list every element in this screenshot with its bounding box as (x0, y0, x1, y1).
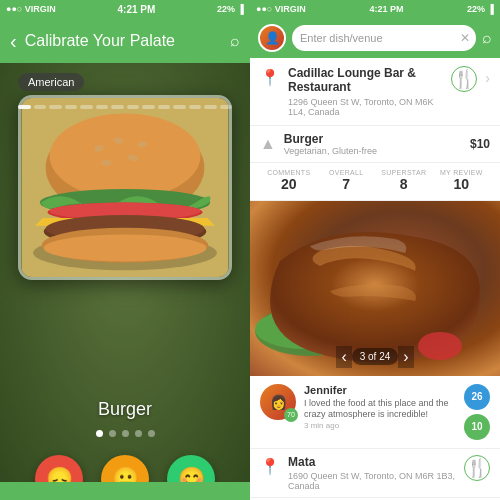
reviewer-name: Jennifer (304, 384, 456, 396)
progress-seg (49, 105, 62, 109)
stat-overall-value: 7 (318, 176, 376, 192)
stat-overall: OVERALL 7 (318, 169, 376, 192)
search-icon-right[interactable]: ⌕ (482, 29, 492, 47)
food-name-label: Burger (0, 399, 250, 420)
dish-info: Burger Vegetarian, Gluten-free (284, 132, 462, 156)
progress-seg (127, 105, 140, 109)
food-navigation: ‹ 3 of 24 › (250, 346, 500, 368)
status-bar-right: ●●○ VIRGIN 4:21 PM 22% ▐ (250, 0, 500, 18)
progress-seg (34, 105, 47, 109)
restaurant-row-2[interactable]: 📍 Mata 1690 Queen St W, Toronto, ON M6R … (250, 449, 500, 498)
right-panel: ●●○ VIRGIN 4:21 PM 22% ▐ 👤 Enter dish/ve… (250, 0, 500, 500)
location-icon-2: 📍 (260, 457, 280, 476)
location-icon: 📍 (260, 68, 280, 87)
dish-tags: Vegetarian, Gluten-free (284, 146, 462, 156)
page-title: Calibrate Your Palate (25, 32, 222, 50)
svg-point-3 (50, 113, 201, 198)
stat-myreview: MY REVIEW 10 (433, 169, 491, 192)
review-content: Jennifer I loved the food at this place … (304, 384, 456, 430)
score-badge-2: 10 (464, 414, 490, 440)
food-image (18, 95, 232, 280)
restaurant-row[interactable]: 📍 Cadillac Lounge Bar & Restaurant 1296 … (250, 58, 500, 126)
dish-icon: ▲ (260, 135, 276, 153)
stat-comments-value: 20 (260, 176, 318, 192)
battery-left: 22% ▐ (217, 4, 244, 14)
utensils-icon[interactable]: 🍴 (451, 66, 477, 92)
carrier-left: ●●○ VIRGIN (6, 4, 56, 14)
restaurant-info: Cadillac Lounge Bar & Restaurant 1296 Qu… (288, 66, 443, 117)
food-image-section: ‹ 3 of 24 › (250, 201, 500, 376)
clear-button[interactable]: ✕ (460, 31, 470, 45)
time-left: 4:21 PM (118, 4, 156, 15)
next-food-button[interactable]: › (398, 346, 413, 368)
stat-comments-label: COMMENTS (260, 169, 318, 176)
reviewer-avatar: 👩 70 (260, 384, 296, 420)
back-button[interactable]: ‹ (10, 31, 17, 51)
progress-seg (173, 105, 186, 109)
prev-food-button[interactable]: ‹ (336, 346, 351, 368)
page-dot-2[interactable] (109, 430, 116, 437)
left-panel: ●●○ VIRGIN 4:21 PM 22% ▐ ‹ Calibrate You… (0, 0, 250, 500)
time-right: 4:21 PM (369, 4, 403, 14)
stat-comments: COMMENTS 20 (260, 169, 318, 192)
restaurant-address-2: 1690 Queen St W, Toronto, ON M6R 1B3, Ca… (288, 471, 456, 491)
progress-seg (158, 105, 171, 109)
review-text: I loved the food at this place and the c… (304, 398, 456, 421)
page-dot-5[interactable] (148, 430, 155, 437)
bottom-bar-left (0, 482, 250, 500)
restaurant-address: 1296 Queen St W, Toronto, ON M6K 1L4, Ca… (288, 97, 443, 117)
progress-seg (80, 105, 93, 109)
score-badge-1: 26 (464, 384, 490, 410)
progress-seg (220, 105, 233, 109)
reviewer-badge: 70 (284, 408, 298, 422)
left-header: ‹ Calibrate Your Palate ⌕ (0, 18, 250, 63)
chevron-icon: › (485, 70, 490, 86)
carrier-right: ●●○ VIRGIN (256, 4, 306, 14)
review-scores: 26 10 (464, 384, 490, 440)
progress-bar (18, 105, 232, 109)
restaurant-info-2: Mata 1690 Queen St W, Toronto, ON M6R 1B… (288, 455, 456, 491)
dish-name: Burger (284, 132, 462, 146)
stat-myreview-value: 10 (433, 176, 491, 192)
battery-right: 22% ▐ (467, 4, 494, 14)
search-placeholder: Enter dish/venue (300, 32, 383, 44)
page-dot-1[interactable] (96, 430, 103, 437)
search-bar: 👤 Enter dish/venue ✕ ⌕ (250, 18, 500, 58)
review-section: 👩 70 Jennifer I loved the food at this p… (250, 376, 500, 449)
stat-myreview-label: MY REVIEW (433, 169, 491, 176)
pagination (0, 430, 250, 437)
status-bar-left: ●●○ VIRGIN 4:21 PM 22% ▐ (0, 0, 250, 18)
stats-row: COMMENTS 20 OVERALL 7 SUPERSTAR 8 MY REV… (250, 163, 500, 201)
progress-seg (189, 105, 202, 109)
cuisine-tag[interactable]: American (18, 73, 84, 91)
page-dot-4[interactable] (135, 430, 142, 437)
dish-price: $10 (470, 137, 490, 151)
progress-seg (111, 105, 124, 109)
food-nav-counter: 3 of 24 (352, 348, 399, 365)
restaurant-name: Cadillac Lounge Bar & Restaurant (288, 66, 443, 95)
stat-overall-label: OVERALL (318, 169, 376, 176)
dish-row[interactable]: ▲ Burger Vegetarian, Gluten-free $10 (250, 126, 500, 163)
user-avatar[interactable]: 👤 (258, 24, 286, 52)
utensils-icon-2[interactable]: 🍴 (464, 455, 490, 481)
progress-seg (142, 105, 155, 109)
progress-seg (65, 105, 78, 109)
search-input[interactable]: Enter dish/venue ✕ (292, 25, 476, 51)
search-icon[interactable]: ⌕ (230, 32, 240, 50)
progress-seg (96, 105, 109, 109)
stat-superstar-value: 8 (375, 176, 433, 192)
review-time: 3 min ago (304, 421, 456, 430)
stat-superstar-label: SUPERSTAR (375, 169, 433, 176)
svg-point-15 (44, 234, 207, 261)
progress-seg (18, 105, 31, 109)
page-dot-3[interactable] (122, 430, 129, 437)
progress-seg (204, 105, 217, 109)
restaurant-name-2: Mata (288, 455, 456, 469)
stat-superstar: SUPERSTAR 8 (375, 169, 433, 192)
